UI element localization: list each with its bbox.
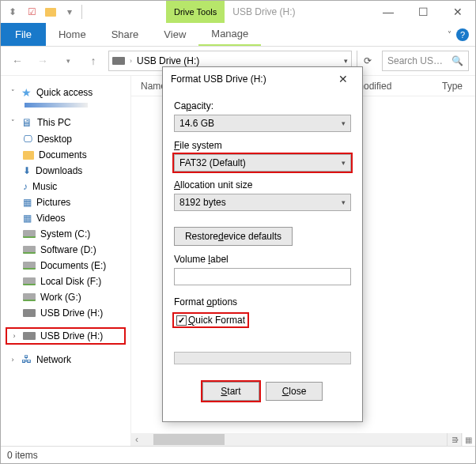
- volume-label-input[interactable]: [174, 268, 351, 285]
- nav-software-d[interactable]: Software (D:): [6, 242, 126, 258]
- horizontal-scrollbar[interactable]: ‹ ›: [131, 433, 463, 446]
- videos-icon: ▦: [23, 213, 32, 224]
- allocation-value: 8192 bytes: [179, 197, 226, 208]
- nav-documents-e[interactable]: Documents (E:): [6, 258, 126, 273]
- usb-drive-icon: [23, 309, 36, 317]
- nav-label: Software (D:): [40, 244, 96, 255]
- allocation-label: Allocation unit size: [174, 179, 351, 191]
- status-bar: 0 items: [1, 446, 475, 463]
- quick-access-placeholder: [25, 103, 88, 108]
- minimize-button[interactable]: —: [371, 1, 406, 23]
- nav-label: Network: [36, 354, 71, 365]
- ribbon: File Home Share View Manage ˅ ?: [1, 23, 475, 47]
- nav-label: Music: [32, 181, 57, 192]
- nav-network[interactable]: › 🖧 Network: [6, 351, 126, 368]
- dialog-body: Capacity: 14.6 GB ▾ File system FAT32 (D…: [163, 91, 362, 406]
- nav-label: Downloads: [36, 165, 82, 176]
- capacity-value: 14.6 GB: [179, 118, 214, 129]
- help-icon[interactable]: ?: [456, 28, 469, 41]
- collapse-caret-icon[interactable]: ˅: [9, 119, 17, 126]
- nav-local-f[interactable]: Local Disk (F:): [6, 273, 126, 289]
- contextual-tab-area: Drive Tools USB Drive (H:): [166, 1, 304, 23]
- nav-music[interactable]: ♪Music: [6, 179, 126, 194]
- nav-work-g[interactable]: Work (G:): [6, 289, 126, 305]
- nav-usb-h-1[interactable]: USB Drive (H:): [6, 305, 126, 321]
- scroll-left-icon[interactable]: ‹: [131, 434, 142, 445]
- capacity-select[interactable]: 14.6 GB ▾: [174, 115, 351, 132]
- quick-format-checkbox[interactable]: ✓: [176, 315, 187, 326]
- nav-label: Desktop: [37, 134, 72, 145]
- close-button[interactable]: ✕: [440, 1, 475, 23]
- allocation-select[interactable]: 8192 bytes ▾: [174, 194, 351, 211]
- window-title: USB Drive (H:): [225, 1, 303, 23]
- nav-videos[interactable]: ▦Videos: [6, 210, 126, 226]
- expand-caret-icon[interactable]: ›: [9, 356, 17, 364]
- dialog-close-button[interactable]: ✕: [332, 73, 354, 85]
- search-input[interactable]: Search US… 🔍: [382, 51, 469, 71]
- qat-customize-icon[interactable]: ▾: [61, 3, 78, 21]
- pictures-icon: ▦: [23, 197, 32, 208]
- qat-newfolder-icon[interactable]: [42, 3, 59, 21]
- nav-downloads[interactable]: ⬇Downloads: [6, 163, 126, 179]
- nav-label: Quick access: [36, 87, 93, 98]
- folder-icon: [23, 151, 34, 160]
- share-tab[interactable]: Share: [99, 23, 152, 46]
- nav-system-c[interactable]: System (C:): [6, 226, 126, 242]
- music-icon: ♪: [23, 181, 28, 192]
- address-dropdown-icon[interactable]: ▾: [344, 57, 348, 65]
- capacity-label: Capacity:: [174, 100, 351, 111]
- nav-usb-h-2[interactable]: › USB Drive (H:): [6, 327, 126, 345]
- network-icon: 🖧: [21, 353, 32, 365]
- home-tab[interactable]: Home: [46, 23, 99, 46]
- manage-tab[interactable]: Manage: [198, 23, 261, 46]
- qat-properties-icon[interactable]: ☑: [23, 3, 40, 21]
- drive-icon: [23, 246, 36, 254]
- nav-label: USB Drive (H:): [40, 330, 103, 341]
- restore-defaults-button[interactable]: Restore device defaults: [174, 227, 293, 246]
- ribbon-collapse-icon[interactable]: ˅: [448, 30, 451, 39]
- star-icon: ★: [21, 86, 32, 99]
- file-tab[interactable]: File: [1, 23, 46, 46]
- details-view-button[interactable]: ≣: [447, 433, 461, 446]
- collapse-caret-icon[interactable]: ˅: [9, 89, 17, 96]
- nav-label: Pictures: [36, 197, 70, 208]
- nav-pictures[interactable]: ▦Pictures: [6, 194, 126, 210]
- icons-view-button[interactable]: ▦: [461, 433, 475, 446]
- nav-recent-dropdown[interactable]: ▾: [58, 51, 78, 71]
- nav-desktop[interactable]: 🖵Desktop: [6, 131, 126, 147]
- nav-label: USB Drive (H:): [40, 307, 103, 319]
- search-icon: 🔍: [451, 55, 463, 66]
- expand-caret-icon[interactable]: ›: [10, 332, 18, 340]
- dialog-title: Format USB Drive (H:): [171, 74, 266, 85]
- nav-quick-access[interactable]: ˅ ★ Quick access: [6, 84, 126, 101]
- dialog-titlebar[interactable]: Format USB Drive (H:) ✕: [163, 67, 362, 91]
- maximize-button[interactable]: ☐: [406, 1, 440, 23]
- dialog-buttons: Start Close: [174, 382, 351, 401]
- scrollbar-thumb[interactable]: [153, 434, 225, 445]
- quick-access-toolbar: ⬍ ☑ ▾: [1, 3, 87, 21]
- quick-format-row[interactable]: ✓ Quick Format: [174, 314, 247, 326]
- nav-label: Videos: [36, 213, 65, 224]
- window-controls: — ☐ ✕: [371, 1, 475, 23]
- nav-documents[interactable]: Documents: [6, 147, 126, 163]
- nav-label: Local Disk (F:): [40, 276, 101, 287]
- breadcrumb[interactable]: USB Drive (H:): [137, 55, 199, 66]
- view-tab[interactable]: View: [151, 23, 198, 46]
- col-type[interactable]: Type: [442, 81, 466, 92]
- close-button[interactable]: Close: [266, 382, 323, 401]
- nav-forward-button[interactable]: →: [32, 51, 53, 71]
- quick-format-label: Quick Format: [188, 315, 245, 326]
- drive-tools-contextual-tab[interactable]: Drive Tools: [166, 1, 225, 23]
- desktop-icon: 🖵: [23, 134, 32, 145]
- qat-back-icon[interactable]: ⬍: [4, 3, 21, 21]
- start-button[interactable]: Start: [202, 382, 259, 401]
- search-placeholder: Search US…: [387, 55, 443, 66]
- format-progress-bar: [174, 352, 351, 364]
- filesystem-label: File system: [174, 140, 351, 151]
- nav-up-button[interactable]: ↑: [83, 51, 104, 71]
- filesystem-select[interactable]: FAT32 (Default) ▾: [174, 154, 351, 172]
- nav-back-button[interactable]: ←: [7, 51, 28, 71]
- nav-this-pc[interactable]: ˅ 🖥 This PC: [6, 114, 126, 131]
- nav-label: This PC: [37, 117, 71, 128]
- navigation-pane: ˅ ★ Quick access ˅ 🖥 This PC 🖵Desktop Do…: [1, 76, 131, 446]
